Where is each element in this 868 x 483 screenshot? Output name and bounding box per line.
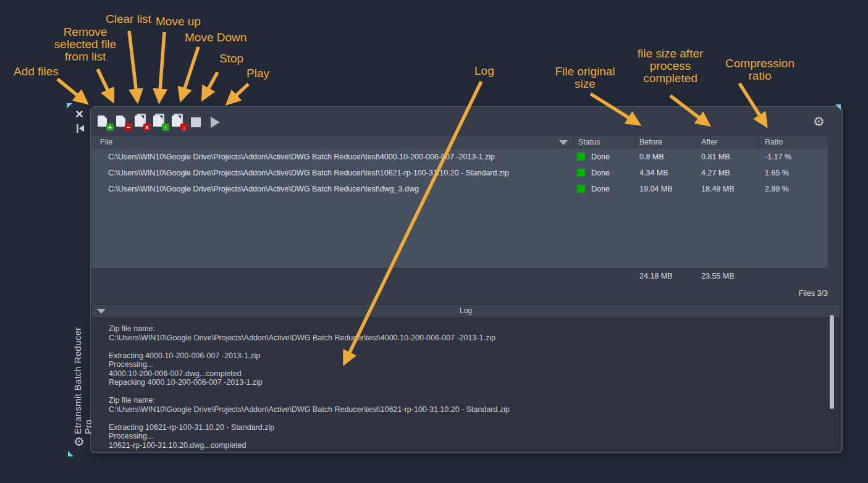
annotation-before-column: File original size [545, 65, 625, 90]
clear-list-button[interactable]: × [133, 115, 148, 130]
log-header-bar[interactable]: Log [92, 304, 840, 317]
annotation-arrow-play [229, 84, 248, 102]
after-size: 18.48 MB [701, 185, 735, 193]
screenshot-page: × Etransmit Batch Reducer Pro ⚙ + − × ↑ … [0, 0, 868, 483]
after-size: 0.81 MB [701, 153, 730, 161]
play-icon [211, 117, 220, 128]
column-separator [697, 136, 697, 148]
log-title: Log [92, 306, 840, 315]
after-size: 4.27 MB [701, 169, 730, 177]
total-before-size: 24.18 MB [639, 272, 673, 280]
column-header-before[interactable]: Before [639, 138, 662, 146]
plus-icon: + [106, 124, 114, 131]
file-path: C:\Users\WIN10\Google Drive\Projects\Add… [108, 169, 509, 177]
annotation-play: Play [246, 67, 269, 80]
annotation-arrow-remove-file [98, 69, 112, 99]
minus-icon: − [125, 124, 132, 131]
log-panel: Log Zip file name: C:\Users\WIN10\Google… [91, 304, 840, 451]
document-icon [135, 116, 144, 127]
add-files-button[interactable]: + [96, 115, 111, 130]
file-path: C:\Users\WIN10\Google Drive\Projects\Add… [108, 185, 419, 193]
file-path: C:\Users\WIN10\Google Drive\Projects\Add… [108, 153, 495, 161]
before-size: 4.34 MB [639, 169, 668, 177]
annotation-arrow-move-down [182, 47, 198, 98]
table-row[interactable]: C:\Users\WIN10\Google Drive\Projects\Add… [91, 149, 828, 165]
log-output: Zip file name: C:\Users\WIN10\Google Dri… [109, 324, 510, 450]
status-square-icon [577, 185, 585, 193]
arrow-down-icon: ↓ [180, 124, 188, 131]
log-scrollbar-thumb[interactable] [830, 315, 834, 409]
settings-gear-icon[interactable]: ⚙ [813, 115, 825, 128]
annotation-arrow-clear-list [129, 31, 137, 99]
annotation-arrow-move-up [159, 32, 164, 99]
table-header: File Status Before After Ratio [91, 136, 828, 149]
status-square-icon [577, 153, 585, 161]
column-separator [573, 136, 574, 148]
table-row[interactable]: C:\Users\WIN10\Google Drive\Projects\Add… [91, 181, 828, 197]
filter-dropdown-icon[interactable] [559, 140, 568, 145]
cross-icon: × [143, 124, 151, 131]
annotation-stop: Stop [219, 52, 243, 65]
annotation-log: Log [474, 65, 494, 77]
resize-grip-top-left[interactable] [67, 103, 72, 109]
annotation-add-files: Add files [14, 65, 59, 78]
before-size: 0.8 MB [639, 153, 664, 161]
status-label: Done [591, 153, 610, 161]
close-icon[interactable]: × [75, 107, 83, 121]
remove-selected-file-button[interactable]: − [115, 115, 130, 130]
column-header-after[interactable]: After [701, 138, 717, 146]
annotation-ratio-column: Compression ratio [720, 57, 800, 82]
document-icon [98, 116, 107, 127]
annotation-arrow-stop [204, 72, 217, 97]
move-up-button[interactable]: ↑ [152, 115, 167, 130]
resize-grip-bottom-left[interactable] [68, 451, 74, 456]
document-icon [153, 116, 162, 127]
annotation-move-up: Move up [156, 15, 201, 28]
play-button[interactable] [208, 115, 222, 130]
annotation-arrow-add-files [57, 79, 85, 101]
status-label: Done [591, 185, 610, 193]
document-icon [172, 116, 181, 127]
app-logo-gear-icon: ⚙ [74, 435, 85, 448]
arrow-up-icon: ↑ [162, 124, 169, 131]
column-header-ratio[interactable]: Ratio [765, 138, 783, 146]
stop-button[interactable] [189, 115, 204, 130]
stop-icon [191, 117, 201, 127]
annotation-remove-file: Remove selected file from list [48, 26, 123, 62]
auto-hide-pin-icon[interactable] [76, 124, 85, 136]
status-label: Done [591, 169, 610, 177]
ratio-value: 1.65 % [765, 169, 789, 177]
ratio-value: -1.17 % [765, 153, 791, 161]
document-icon [116, 116, 125, 127]
column-header-file[interactable]: File [100, 138, 112, 146]
resize-grip-top-right[interactable] [835, 104, 841, 110]
column-separator [759, 136, 759, 148]
status-square-icon [577, 169, 585, 177]
before-size: 19.04 MB [639, 185, 673, 193]
move-down-button[interactable]: ↓ [171, 115, 185, 130]
annotation-clear-list: Clear list [106, 13, 151, 25]
column-header-status[interactable]: Status [578, 138, 600, 146]
palette-title-vertical[interactable]: Etransmit Batch Reducer Pro [72, 311, 88, 434]
annotation-move-down: Move Down [185, 32, 246, 44]
annotation-after-column: file size after process completed [627, 48, 714, 84]
file-list: C:\Users\WIN10\Google Drive\Projects\Add… [91, 149, 828, 269]
column-separator [635, 136, 636, 148]
total-after-size: 23.55 MB [701, 272, 735, 280]
ratio-value: 2.98 % [765, 185, 789, 193]
files-count: Files 3/3 [766, 289, 828, 298]
table-row[interactable]: C:\Users\WIN10\Google Drive\Projects\Add… [91, 165, 828, 181]
